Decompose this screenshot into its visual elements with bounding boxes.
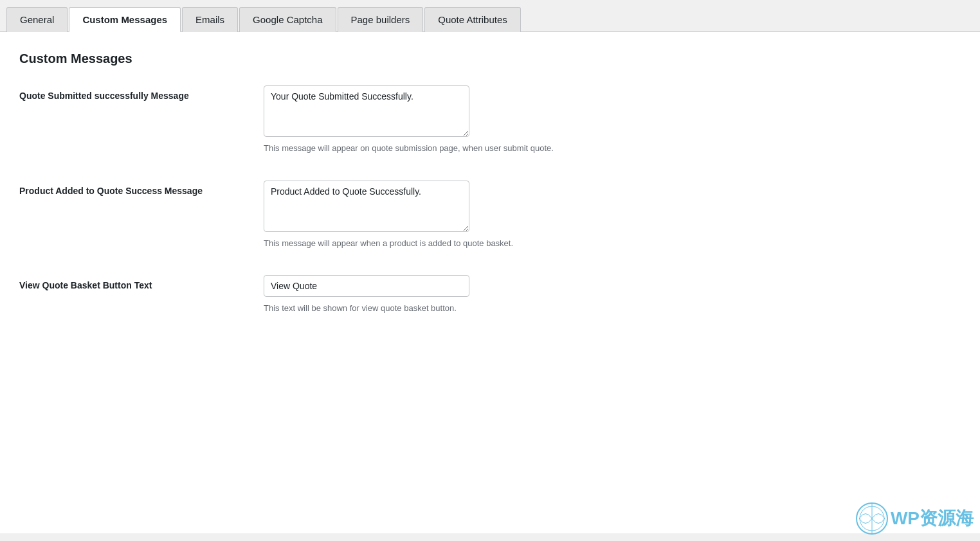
form-label-product-added-message: Product Added to Quote Success Message bbox=[19, 181, 264, 198]
tab-page-builders[interactable]: Page builders bbox=[338, 7, 424, 32]
tab-general[interactable]: General bbox=[6, 7, 68, 32]
tab-custom-messages[interactable]: Custom Messages bbox=[69, 7, 181, 32]
watermark-text: WP资源海 bbox=[891, 506, 974, 531]
description-quote-submitted-message: This message will appear on quote submis… bbox=[264, 142, 714, 155]
input-product-added-message[interactable]: Product Added to Quote Successfully. bbox=[264, 181, 469, 232]
form-label-view-quote-button-text: View Quote Basket Button Text bbox=[19, 275, 264, 292]
form-field-group-view-quote-button-text: This text will be shown for view quote b… bbox=[264, 275, 714, 315]
form-label-quote-submitted-message: Quote Submitted successfully Message bbox=[19, 85, 264, 103]
form-row-quote-submitted-message: Quote Submitted successfully MessageYour… bbox=[19, 85, 961, 155]
form-fields: Quote Submitted successfully MessageYour… bbox=[19, 85, 961, 315]
input-quote-submitted-message[interactable]: Your Quote Submitted Successfully. bbox=[264, 85, 469, 137]
description-product-added-message: This message will appear when a product … bbox=[264, 237, 714, 250]
form-row-view-quote-button-text: View Quote Basket Button TextThis text w… bbox=[19, 275, 961, 315]
content-area: Custom Messages Quote Submitted successf… bbox=[0, 32, 980, 533]
form-field-group-product-added-message: Product Added to Quote Successfully.This… bbox=[264, 181, 714, 250]
tabs-navigation: GeneralCustom MessagesEmailsGoogle Captc… bbox=[0, 0, 980, 32]
form-field-group-quote-submitted-message: Your Quote Submitted Successfully.This m… bbox=[264, 85, 714, 155]
form-row-product-added-message: Product Added to Quote Success MessagePr… bbox=[19, 181, 961, 250]
input-view-quote-button-text[interactable] bbox=[264, 275, 469, 297]
section-title: Custom Messages bbox=[19, 51, 961, 66]
wordpress-logo-icon bbox=[856, 502, 888, 535]
tab-emails[interactable]: Emails bbox=[182, 7, 238, 32]
watermark: WP资源海 bbox=[856, 502, 974, 535]
tab-quote-attributes[interactable]: Quote Attributes bbox=[424, 7, 521, 32]
tab-google-captcha[interactable]: Google Captcha bbox=[239, 7, 336, 32]
page-wrapper: GeneralCustom MessagesEmailsGoogle Captc… bbox=[0, 0, 980, 541]
description-view-quote-button-text: This text will be shown for view quote b… bbox=[264, 302, 714, 315]
